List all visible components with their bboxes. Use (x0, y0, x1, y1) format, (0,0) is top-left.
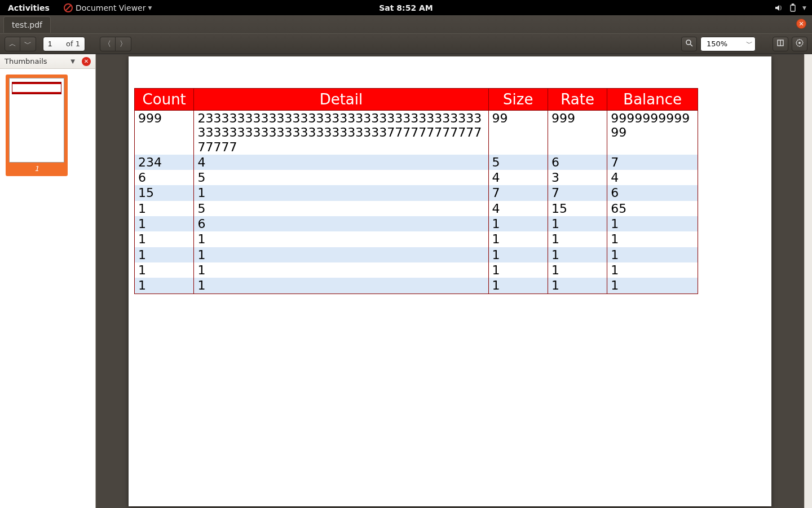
table-cell: 1 (488, 278, 548, 294)
thumbnail-preview (9, 78, 64, 163)
table-cell: 6 (548, 155, 607, 170)
app-menu-label: Document Viewer (76, 3, 146, 12)
thumbnail-page-number: 1 (9, 165, 64, 173)
table-cell: 1 (548, 216, 607, 231)
table-cell: 1 (488, 231, 548, 247)
page-number-input[interactable] (48, 40, 61, 48)
table-cell: 2333333333333333333333333333333333333333… (194, 111, 488, 155)
toolbar: ︿ ﹀ of 1 〈 〉 150% ﹀ (0, 33, 812, 54)
table-cell: 5 (194, 170, 488, 185)
table-cell: 1 (194, 247, 488, 262)
clock[interactable]: Sat 8:52 AM (379, 3, 433, 12)
table-cell: 1 (194, 278, 488, 294)
col-balance: Balance (607, 89, 698, 111)
table-cell: 4 (488, 201, 548, 216)
table-cell: 1 (135, 201, 194, 216)
table-cell: 234 (135, 155, 194, 170)
col-size: Size (488, 89, 548, 111)
table-header-row: Count Detail Size Rate Balance (135, 89, 698, 111)
search-button[interactable] (681, 37, 697, 51)
table-cell: 4 (194, 155, 488, 170)
table-cell: 4 (488, 170, 548, 185)
table-cell: 5 (194, 201, 488, 216)
zoom-selector[interactable]: 150% ﹀ (700, 37, 756, 51)
thumbnail-item[interactable]: 1 (6, 75, 68, 176)
table-cell: 6 (607, 185, 698, 200)
table-cell: 1 (488, 262, 548, 278)
page-viewport[interactable]: Count Detail Size Rate Balance 999233333… (96, 54, 804, 508)
battery-icon[interactable] (789, 3, 797, 12)
table-cell: 7 (488, 185, 548, 200)
table-row: 2344567 (135, 155, 698, 170)
table-cell: 99 (488, 111, 548, 155)
table-cell: 999999999999 (607, 111, 698, 155)
page-dual-icon (776, 39, 784, 49)
close-icon: ✕ (798, 20, 804, 28)
table-row: 11111 (135, 278, 698, 294)
table-row: 65434 (135, 170, 698, 185)
gear-icon (796, 39, 804, 49)
history-forward-button[interactable]: 〉 (116, 37, 131, 51)
next-page-button[interactable]: ﹀ (20, 37, 36, 51)
side-panel: Thumbnails ▼ ✕ 1 (0, 54, 96, 508)
document-tab[interactable]: test.pdf (3, 16, 51, 33)
side-panel-dropdown[interactable]: ▼ (70, 58, 75, 64)
content-area: Thumbnails ▼ ✕ 1 Count Detail Size (0, 54, 812, 508)
menu-button[interactable] (792, 37, 807, 51)
table-cell: 7 (607, 155, 698, 170)
vertical-scrollbar[interactable] (804, 54, 812, 508)
chevron-right-icon: 〉 (120, 39, 127, 49)
svg-rect-1 (791, 5, 795, 11)
table-cell: 1 (194, 185, 488, 200)
table-cell: 1 (135, 278, 194, 294)
col-count: Count (135, 89, 194, 111)
activities-button[interactable]: Activities (0, 3, 58, 12)
chevron-down-icon: ﹀ (24, 39, 32, 49)
table-cell: 1 (548, 262, 607, 278)
window-close-button[interactable]: ✕ (796, 19, 806, 29)
table-cell: 999 (135, 111, 194, 155)
table-cell: 1 (607, 262, 698, 278)
pdf-page: Count Detail Size Rate Balance 999233333… (129, 56, 771, 506)
tab-bar: test.pdf ✕ (0, 15, 812, 33)
table-cell: 6 (135, 170, 194, 185)
table-cell: 1 (607, 278, 698, 294)
search-icon (685, 39, 693, 49)
app-menu[interactable]: Document Viewer ▼ (58, 0, 158, 15)
prev-page-button[interactable]: ︿ (5, 37, 20, 51)
system-menu-caret-icon[interactable]: ▼ (802, 5, 806, 11)
table-cell: 1 (607, 216, 698, 231)
table-cell: 1 (548, 231, 607, 247)
table-cell: 1 (194, 231, 488, 247)
view-mode-button[interactable] (773, 37, 788, 51)
history-back-button[interactable]: 〈 (100, 37, 116, 51)
table-cell: 1 (548, 278, 607, 294)
chevron-down-icon: ﹀ (746, 39, 753, 49)
table-cell: 1 (607, 247, 698, 262)
side-panel-header: Thumbnails ▼ ✕ (0, 54, 95, 69)
table-cell: 15 (135, 185, 194, 200)
table-cell: 999 (548, 111, 607, 155)
svg-point-3 (686, 40, 691, 45)
side-panel-title: Thumbnails (5, 57, 47, 65)
table-cell: 15 (548, 201, 607, 216)
page-total-label: of 1 (66, 40, 80, 48)
table-cell: 7 (548, 185, 607, 200)
table-cell: 1 (135, 231, 194, 247)
table-row: 11111 (135, 231, 698, 247)
table-row: 11111 (135, 262, 698, 278)
table-cell: 6 (194, 216, 488, 231)
table-row: 9992333333333333333333333333333333333333… (135, 111, 698, 155)
volume-icon[interactable] (774, 3, 783, 12)
close-icon: ✕ (84, 58, 89, 64)
table-cell: 1 (135, 262, 194, 278)
thumbnails-list: 1 (0, 69, 95, 182)
window-header: test.pdf ✕ ︿ ﹀ of 1 〈 〉 150% ﹀ (0, 15, 812, 54)
gnome-topbar: Activities Document Viewer ▼ Sat 8:52 AM… (0, 0, 812, 15)
data-table: Count Detail Size Rate Balance 999233333… (134, 88, 698, 294)
side-panel-close[interactable]: ✕ (82, 57, 91, 66)
table-cell: 3 (548, 170, 607, 185)
zoom-label: 150% (707, 40, 727, 48)
page-indicator: of 1 (43, 37, 85, 51)
table-cell: 1 (607, 231, 698, 247)
